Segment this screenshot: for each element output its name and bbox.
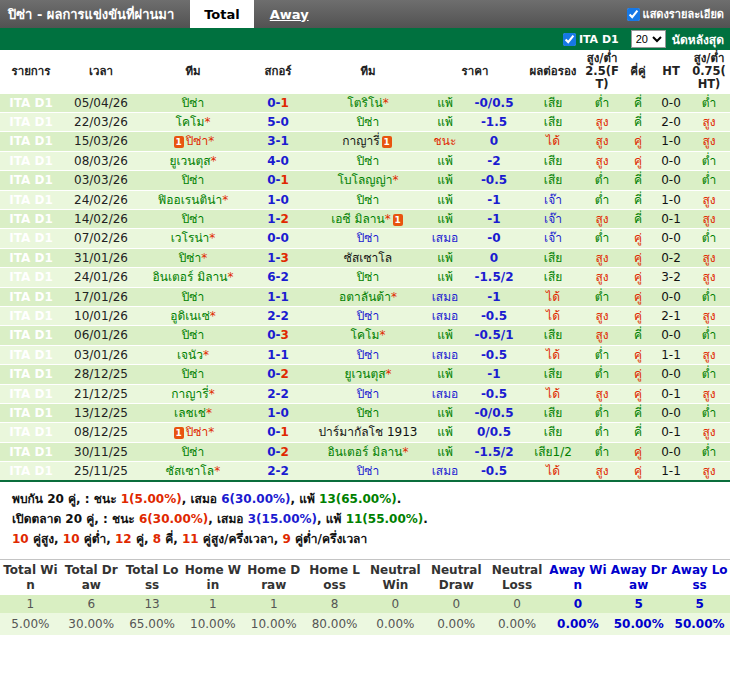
over-under-ht-text: สูง — [702, 212, 715, 226]
team-name[interactable]: ซัสเซาโล — [166, 464, 214, 478]
team-away: ปิซ่า — [310, 229, 426, 248]
league-badge[interactable]: ITA D1 — [0, 365, 62, 384]
summary-text: , เสมอ — [182, 492, 221, 506]
league-badge[interactable]: ITA D1 — [0, 326, 62, 345]
league-badge[interactable]: ITA D1 — [0, 462, 62, 482]
over-under-ht: สูง — [688, 462, 730, 482]
team-name[interactable]: ยูเวนตุส — [344, 367, 385, 381]
match-count-select[interactable]: 20 — [631, 30, 666, 48]
team-name[interactable]: ปิซ่า — [357, 115, 380, 129]
team-name[interactable]: กาญารี่ — [342, 134, 379, 148]
league-filter-toggle[interactable]: ITA D1 — [563, 33, 625, 46]
team-home: ยูเวนตุส* — [140, 151, 246, 170]
halftime-score: 0-0 — [654, 229, 688, 248]
team-name[interactable]: อูดิเนเซ่ — [170, 309, 210, 323]
halftime-score: 0-0 — [654, 442, 688, 461]
result-text: แพ้ — [437, 96, 453, 110]
team-name[interactable]: ปิซ่า — [179, 251, 202, 265]
odd-even-text: คู่ — [634, 445, 642, 459]
team-name[interactable]: เลชเช่ — [174, 406, 206, 420]
league-badge[interactable]: ITA D1 — [0, 403, 62, 422]
results-table: รายการ เวลา ทีม สกอร์ ทีม ราคา ผลต่อรอง … — [0, 50, 730, 482]
team-name[interactable]: ยูเวนตุส — [169, 154, 210, 168]
team-name[interactable]: ปิซ่า — [182, 367, 205, 381]
team-name[interactable]: ปิซ่า — [182, 173, 205, 187]
team-name[interactable]: อินเตอร์ มิลาน — [328, 445, 403, 459]
league-filter-checkbox[interactable] — [563, 33, 576, 46]
match-score: 0-2 — [246, 442, 310, 461]
score-part: 6-2 — [267, 270, 289, 284]
stats-header-row: Total WinTotal DrawTotal LossHome WinHom… — [0, 560, 730, 595]
team-name[interactable]: ปิซ่า — [357, 154, 380, 168]
league-badge[interactable]: ITA D1 — [0, 171, 62, 190]
handicap-text: -0.5/1 — [475, 328, 514, 342]
team-name[interactable]: อตาลันต้า — [339, 290, 391, 304]
team-name[interactable]: โคโม — [176, 115, 205, 129]
league-badge[interactable]: ITA D1 — [0, 190, 62, 209]
team-name[interactable]: ปิซ่า — [357, 387, 380, 401]
team-name[interactable]: ปาร์มากัลโช 1913 — [318, 425, 417, 439]
team-name[interactable]: เจนัว — [177, 348, 203, 362]
league-badge[interactable]: ITA D1 — [0, 384, 62, 403]
team-name[interactable]: ปิซ่า — [182, 96, 205, 110]
league-badge[interactable]: ITA D1 — [0, 94, 62, 113]
league-badge[interactable]: ITA D1 — [0, 268, 62, 287]
score-part: 1 — [280, 425, 288, 439]
over-under-ht: สูง — [688, 306, 730, 325]
league-badge[interactable]: ITA D1 — [0, 345, 62, 364]
team-name[interactable]: ปิซ่า — [182, 328, 205, 342]
team-name[interactable]: ปิซ่า — [357, 309, 380, 323]
team-name[interactable]: ปิซ่า — [186, 425, 209, 439]
team-name[interactable]: ฟิออเรนติน่า — [158, 193, 222, 207]
league-badge[interactable]: ITA D1 — [0, 132, 62, 151]
match-result: แพ้ — [426, 113, 464, 132]
results-body: ITA D105/04/26ปิซ่า0-1โตริโน่*แพ้-0/0.5เ… — [0, 94, 730, 482]
odd-even-text: คี่ — [634, 406, 642, 420]
team-name[interactable]: กาญารี่ — [171, 387, 208, 401]
over-under-ft: สูง — [582, 132, 622, 151]
team-name[interactable]: ปิซ่า — [182, 212, 205, 226]
over-under-ht: สูง — [688, 345, 730, 364]
league-badge[interactable]: ITA D1 — [0, 306, 62, 325]
handicap-result: ได้ — [524, 132, 582, 151]
league-badge[interactable]: ITA D1 — [0, 229, 62, 248]
team-name[interactable]: โตริโน่ — [347, 96, 382, 110]
league-badge[interactable]: ITA D1 — [0, 423, 62, 442]
stats-percent-cell: 0.00% — [547, 613, 608, 635]
league-badge[interactable]: ITA D1 — [0, 287, 62, 306]
team-name[interactable]: ปิซ่า — [182, 445, 205, 459]
team-name[interactable]: ปิซ่า — [357, 406, 380, 420]
team-name[interactable]: ปิซ่า — [357, 270, 380, 284]
team-name[interactable]: ปิซ่า — [357, 348, 380, 362]
tab-away[interactable]: Away — [270, 7, 309, 22]
league-badge[interactable]: ITA D1 — [0, 113, 62, 132]
show-details-checkbox[interactable] — [627, 8, 640, 21]
stats-count-cell: 0 — [426, 595, 487, 613]
team-name[interactable]: อินเตอร์ มิลาน — [153, 270, 228, 284]
team-name[interactable]: ปิซ่า — [182, 290, 205, 304]
stats-header-cell: Total Draw — [61, 560, 122, 595]
team-name[interactable]: โบโลญญ่า — [337, 173, 392, 187]
handicap-text: -1 — [487, 290, 500, 304]
top-bar: ปิซ่า - ผลการแข่งขันที่ผ่านมา Total Away… — [0, 0, 730, 28]
team-name[interactable]: ปิซ่า — [357, 464, 380, 478]
team-name[interactable]: เอซี มิลาน — [331, 212, 384, 226]
league-badge[interactable]: ITA D1 — [0, 210, 62, 229]
team-name[interactable]: ปิซ่า — [357, 231, 380, 245]
match-row: ITA D124/02/26ฟิออเรนติน่า*1-0ปิซ่าแพ้-1… — [0, 190, 730, 209]
league-badge[interactable]: ITA D1 — [0, 442, 62, 461]
tab-total[interactable]: Total — [190, 0, 254, 28]
star-marker: * — [214, 464, 220, 478]
league-badge[interactable]: ITA D1 — [0, 151, 62, 170]
team-home: โคโม* — [140, 113, 246, 132]
team-name[interactable]: ปิซ่า — [357, 193, 380, 207]
team-name[interactable]: ซัสเซาโล — [344, 251, 392, 265]
league-badge[interactable]: ITA D1 — [0, 248, 62, 267]
handicap-value: -0.5/1 — [464, 326, 524, 345]
show-details-toggle[interactable]: แสดงรายละเอียด — [627, 5, 730, 23]
stats-percent-cell: 10.00% — [243, 613, 304, 635]
team-name[interactable]: โคโม — [351, 328, 380, 342]
team-name[interactable]: ปิซ่า — [186, 134, 209, 148]
red-card-icon: 1 — [382, 136, 392, 148]
team-name[interactable]: เวโรน่า — [171, 231, 210, 245]
